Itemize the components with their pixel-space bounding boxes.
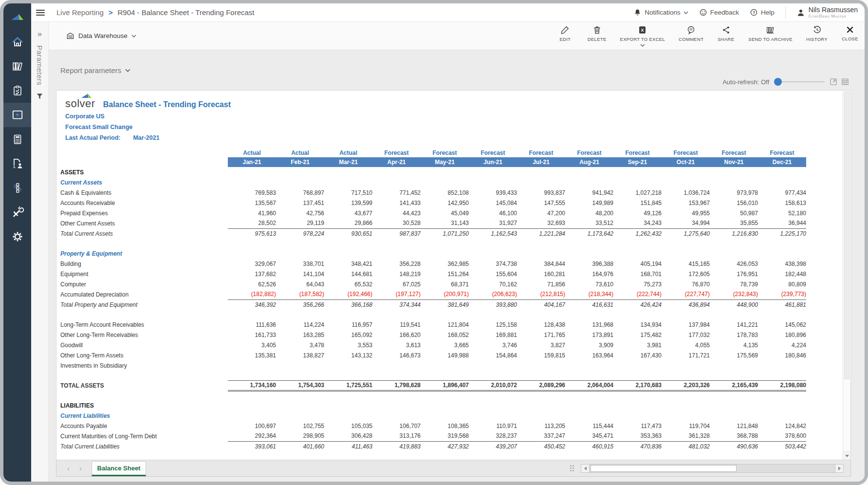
popout-icon[interactable] [830,78,837,86]
trash-icon [592,25,602,35]
solver-logo [3,3,31,30]
parameters-label: Parameters [36,45,44,86]
table-row: Investments in Subsidiary [60,360,806,371]
solver-logo-icon [81,92,93,99]
topbar: Live Reporting > R904 - Balance Sheet - … [31,3,865,22]
help-button[interactable]: ? Help [750,8,775,17]
horizontal-scrollbar-thumb[interactable] [591,465,737,472]
table-row: Property & Equipment [60,248,806,259]
data-source-selector[interactable]: Data Warehouse [66,32,136,40]
scroll-right-button[interactable] [835,465,843,472]
svg-text:X: X [641,27,644,32]
report-title: Balance Sheet - Trending Forecast [103,100,231,109]
user-icon [796,8,805,17]
vertical-scrollbar-thumb[interactable] [844,92,850,379]
solver-logo-icon [10,11,25,22]
sidebar-item-admin-tools[interactable] [3,200,31,224]
sidebar-item-library[interactable] [3,54,31,78]
sidebar-item-settings[interactable] [3,224,31,249]
binders-icon [11,60,23,73]
report-entity: Corporate US [60,113,843,120]
breadcrumb-section[interactable]: Live Reporting [56,8,104,17]
menu-icon[interactable] [36,10,45,16]
edit-button[interactable]: EDIT [556,25,574,42]
user-menu[interactable]: Nils Rasmussen CorpDemo Master [796,6,858,19]
tab-balance-sheet[interactable]: Balance Sheet [92,461,146,476]
period-header-row: Jan-21Feb-21Mar-21Apr-21May-21Jun-21Jul-… [60,157,806,167]
table-row [60,391,806,400]
table-row: Cash & Equivalents769,583768,897717,5107… [60,187,806,198]
history-button[interactable]: HISTORY [806,25,828,42]
report-toolbar: Data Warehouse EDIT [49,22,865,50]
table-row: Current Liabilities [60,410,806,421]
report-viewer: solver Balance Sheet - Trending Forecast… [56,90,851,460]
app-window: Live Reporting > R904 - Balance Sheet - … [0,0,868,485]
breadcrumb: Live Reporting > R904 - Balance Sheet - … [56,8,255,17]
share-button[interactable]: SHARE [717,25,735,42]
warehouse-icon [66,32,74,40]
scroll-down-button[interactable] [843,451,850,460]
report-parameters-toggle[interactable]: Report parameters [60,65,851,75]
horizontal-scrollbar[interactable] [581,464,844,473]
tools-icon [11,206,24,219]
pencil-icon [560,25,570,35]
table-row [60,371,806,380]
user-org: CorpDemo Master [809,14,858,19]
report-player-icon [11,109,24,121]
home-icon [11,36,24,48]
grid-view-icon[interactable] [841,78,849,86]
archive-icon [766,25,775,35]
close-icon [846,25,854,34]
export-to-excel-button[interactable]: X EXPORT TO EXCEL [620,25,665,47]
report-last-actual: Last Actual Period:Mar-2021 [60,134,843,141]
excel-icon: X [638,25,647,35]
table-row: Goodwill3,4053,4783,5533,6133,6653,7463,… [60,340,806,350]
page-title: R904 - Balance Sheet - Trending Forecast [118,8,255,17]
solver-wordmark: solver [65,98,95,109]
close-button[interactable]: CLOSE [841,25,859,41]
chevron-down-icon [125,69,130,72]
autorefresh-slider[interactable] [774,78,825,86]
question-icon: ? [750,8,758,17]
content-area: Report parameters Auto-refresh: Off [49,50,865,482]
autorefresh-row: Auto-refresh: Off [56,75,849,88]
scroll-left-button[interactable] [581,465,590,472]
autorefresh-label: Auto-refresh: Off [722,78,769,86]
clipboard-icon [12,85,23,96]
table-row: Total Current Assets975,613978,224930,65… [60,228,806,239]
table-row [60,239,806,248]
vertical-scrollbar[interactable] [843,91,850,460]
splitter-handle[interactable] [570,465,574,471]
notifications-button[interactable]: Notifications [633,8,688,17]
sidebar-item-report-designer[interactable] [3,151,31,176]
breadcrumb-separator: > [109,8,113,17]
filter-funnel-icon[interactable] [36,93,43,100]
sidebar-item-assignments[interactable] [3,78,31,103]
sidebar [3,3,31,482]
delete-button[interactable]: DELETE [588,25,607,42]
parameters-expand-icon[interactable]: » [37,30,42,38]
sidebar-item-home[interactable] [3,30,31,54]
data-source-label: Data Warehouse [78,32,128,39]
table-row [60,310,806,319]
workflow-icon [12,182,23,194]
slider-knob[interactable] [774,78,782,86]
comment-button[interactable]: COMMENT [679,25,703,42]
divider [785,6,786,19]
feedback-button[interactable]: Feedback [699,8,739,17]
table-row: Equipment137,682141,104144,681148,219151… [60,269,806,279]
table-row: Total Property and Equipment346,392356,2… [60,299,806,310]
period-type-header-row: ActualActualActualForecastForecastForeca… [60,148,806,157]
sidebar-item-process-flow[interactable] [3,176,31,200]
table-row: LIABILITIES [60,400,806,410]
send-to-archive-button[interactable]: SEND TO ARCHIVE [748,25,793,42]
tab-prev-button[interactable]: ‹ [67,465,70,472]
sidebar-item-live-reporting[interactable] [3,103,31,127]
table-row: Building329,067338,701348,421356,228362,… [60,259,806,269]
table-row: Accumulated Depreciation(182,882)(187,58… [60,289,806,299]
table-row: Accounts Payable100,697102,755105,035106… [60,421,806,431]
sidebar-item-budgeting[interactable] [3,127,31,151]
help-label: Help [761,9,775,16]
tab-next-button[interactable]: › [79,465,82,472]
calculator-icon [12,133,23,145]
